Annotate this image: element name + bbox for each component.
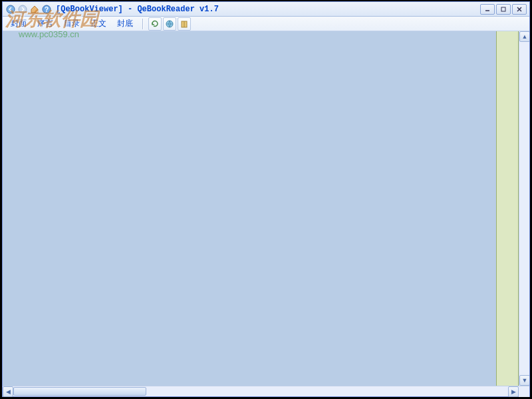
scroll-corner — [519, 386, 529, 397]
close-button[interactable] — [512, 4, 527, 15]
svg-rect-5 — [501, 7, 505, 11]
menu-preface[interactable]: 序言 — [32, 17, 59, 31]
book-button[interactable] — [178, 17, 191, 31]
scroll-down-button[interactable]: ▼ — [519, 375, 529, 386]
svg-point-0 — [7, 5, 15, 13]
svg-text:?: ? — [45, 6, 49, 13]
page-viewport — [3, 31, 496, 386]
menubar: 封面 序言 目录 正文 封底 — [3, 17, 529, 31]
menu-backcover[interactable]: 封底 — [112, 17, 138, 31]
app-window: ? [QeBookViewer] - QeBookReader v1.7 封面 … — [2, 1, 530, 397]
scroll-left-button[interactable]: ◀ — [3, 386, 13, 397]
content-area: ▲ ▼ ◀ ▶ — [3, 31, 529, 396]
horizontal-scrollbar[interactable]: ◀ ▶ — [3, 386, 529, 396]
svg-point-1 — [19, 5, 27, 13]
minimize-button[interactable] — [480, 4, 495, 15]
hscroll-track[interactable] — [13, 386, 508, 396]
menu-body[interactable]: 正文 — [85, 17, 112, 31]
scroll-right-button[interactable]: ▶ — [508, 386, 519, 397]
globe-button[interactable] — [163, 17, 176, 31]
titlebar: ? [QeBookViewer] - QeBookReader v1.7 — [3, 2, 529, 17]
toolbar-separator — [142, 19, 144, 29]
forward-icon[interactable] — [17, 4, 28, 15]
maximize-button[interactable] — [496, 4, 511, 15]
vscroll-track[interactable] — [519, 42, 529, 375]
page-edge-strip — [496, 31, 519, 386]
vertical-scrollbar[interactable]: ▲ ▼ — [519, 31, 529, 386]
menu-toc[interactable]: 目录 — [59, 17, 85, 31]
hscroll-thumb[interactable] — [13, 387, 146, 396]
help-icon[interactable]: ? — [41, 4, 52, 15]
menu-cover[interactable]: 封面 — [5, 17, 32, 31]
home-icon[interactable] — [29, 4, 40, 15]
refresh-button[interactable] — [148, 17, 162, 31]
main-area: ▲ ▼ — [3, 31, 529, 386]
scroll-up-button[interactable]: ▲ — [519, 31, 529, 42]
titlebar-icon-group: ? — [5, 4, 52, 15]
window-controls — [480, 4, 527, 15]
back-icon[interactable] — [5, 4, 16, 15]
window-title: [QeBookViewer] - QeBookReader v1.7 — [56, 5, 480, 14]
